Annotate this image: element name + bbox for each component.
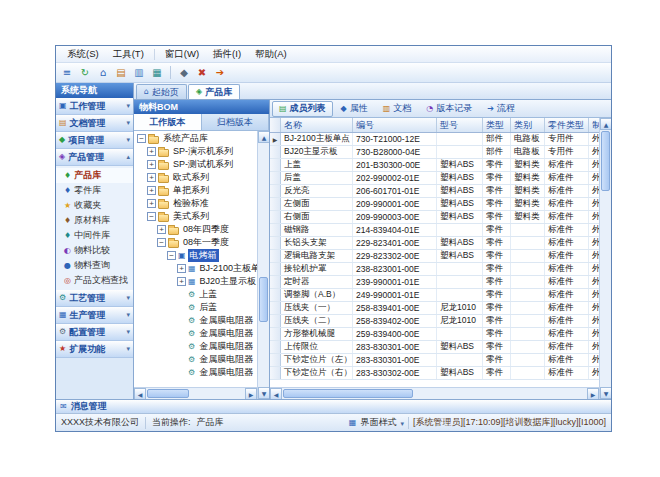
tree-node[interactable]: ⚙金属膜电阻器 xyxy=(134,366,257,379)
row-selector[interactable] xyxy=(270,237,281,249)
grid-icon[interactable]: ▦ xyxy=(149,65,165,80)
sidebar-group-product[interactable]: ◈产品管理▴ xyxy=(56,149,133,166)
menu-item-1[interactable]: 工具(T) xyxy=(106,47,151,62)
tree-node[interactable]: +单把系列 xyxy=(134,184,257,197)
row-selector[interactable] xyxy=(270,328,281,340)
bom-tree-vscrollbar[interactable] xyxy=(257,131,269,399)
table-row[interactable]: 调整脚（A.B）249-990001-01E零件标准件外协条 xyxy=(270,289,599,302)
table-row[interactable]: 接轮机护罩238-823001-00E零件标准件外协条 xyxy=(270,263,599,276)
table-row[interactable]: ▶BJ-2100主板单点730-T21000-12E部件电路板专用件外协颗 xyxy=(270,133,599,146)
scroll-up-icon[interactable] xyxy=(258,131,269,143)
sidebar-item-parts-library[interactable]: ♦零件库 xyxy=(56,183,133,198)
tree-node[interactable]: +▦BJ20主显示板 xyxy=(134,275,257,288)
tree-node[interactable]: +欧式系列 xyxy=(134,171,257,184)
column-header[interactable]: 制造方式 xyxy=(589,118,599,132)
scroll-left-icon[interactable] xyxy=(270,388,282,399)
tree-node[interactable]: ⚙金属膜电阻器 xyxy=(134,327,257,340)
tree-node[interactable]: +SP-测试机系列 xyxy=(134,158,257,171)
bom-tree-hscrollbar[interactable] xyxy=(134,387,257,399)
scrollbar-thumb[interactable] xyxy=(259,277,268,322)
column-header[interactable]: 型号 xyxy=(437,118,483,132)
tab-workflow[interactable]: ➔流程 xyxy=(480,101,522,117)
scroll-right-icon[interactable] xyxy=(245,388,257,399)
refresh-icon[interactable]: ↻ xyxy=(77,65,93,80)
tab-working-version[interactable]: 工作版本 xyxy=(134,114,202,130)
scroll-down-icon[interactable] xyxy=(600,387,611,399)
tree-node[interactable]: +SP-演示机系列 xyxy=(134,145,257,158)
menu-item-0[interactable]: 系统(S) xyxy=(60,47,106,62)
table-row[interactable]: 方形整机械腿259-839400-00E零件标准件外协条 xyxy=(270,328,599,341)
tab-member-list[interactable]: ▤成员列表 xyxy=(272,101,333,117)
row-selector[interactable] xyxy=(270,367,281,379)
row-selector[interactable] xyxy=(270,315,281,327)
tree-node[interactable]: ⚙金属膜电阻器 xyxy=(134,314,257,327)
row-selector[interactable] xyxy=(270,354,281,366)
lock-icon[interactable]: ◆ xyxy=(176,65,192,80)
scroll-down-icon[interactable] xyxy=(258,387,269,399)
row-selector[interactable] xyxy=(270,289,281,301)
table-row[interactable]: 磁钢路214-839404-01E零件标准件外协条 xyxy=(270,224,599,237)
main-menu-icon[interactable]: ≡ xyxy=(59,65,75,80)
table-row[interactable]: 压线夹（二）258-839402-00E尼龙1010零件标准件外协条 xyxy=(270,315,599,328)
row-selector[interactable] xyxy=(270,185,281,197)
sidebar-item-material-compare[interactable]: ◐物料比较 xyxy=(56,243,133,258)
sidebar-group-document[interactable]: ▤文档管理▾ xyxy=(56,115,133,132)
row-selector[interactable] xyxy=(270,250,281,262)
menu-item-4[interactable]: 帮助(A) xyxy=(248,47,294,62)
sidebar-item-intermediates[interactable]: ♦中间件库 xyxy=(56,228,133,243)
tab-documents[interactable]: ▥文档 xyxy=(376,101,419,117)
folder-icon[interactable]: ▤ xyxy=(113,65,129,80)
scroll-left-icon[interactable] xyxy=(134,388,146,399)
sidebar-item-material-search[interactable]: ●物料查询 xyxy=(56,258,133,273)
sidebar-item-product-library[interactable]: ♦产品库 xyxy=(56,168,133,183)
sidebar-group-production[interactable]: ▦生产管理▾ xyxy=(56,307,133,324)
home-icon[interactable]: ⌂ xyxy=(95,65,111,80)
collapse-icon[interactable]: − xyxy=(137,134,146,143)
row-selector[interactable] xyxy=(270,224,281,236)
sidebar-group-configuration[interactable]: ⚙配置管理▾ xyxy=(56,324,133,341)
ui-style-selector[interactable]: 界面样式 xyxy=(360,416,396,429)
column-header[interactable]: 类型 xyxy=(483,118,511,132)
expand-icon[interactable]: + xyxy=(147,173,156,182)
tree-node[interactable]: −系统产品库 xyxy=(134,132,257,145)
document-icon[interactable]: ▥ xyxy=(131,65,147,80)
expand-icon[interactable]: + xyxy=(177,264,186,273)
column-header[interactable]: 类别 xyxy=(511,118,545,132)
exit-icon[interactable]: ➔ xyxy=(212,65,228,80)
row-selector[interactable] xyxy=(270,198,281,210)
sidebar-group-extensions[interactable]: ★扩展功能▾ xyxy=(56,341,133,358)
column-header[interactable]: 名称 xyxy=(281,118,353,132)
table-row[interactable]: 逻辑电路支架229-823302-00E塑料ABS零件标准件外协条 xyxy=(270,250,599,263)
table-row[interactable]: 压线夹（一）258-839401-00E尼龙1010零件标准件外协条 xyxy=(270,302,599,315)
tree-node[interactable]: +检验标准 xyxy=(134,197,257,210)
expand-icon[interactable]: + xyxy=(177,277,186,286)
table-row[interactable]: 上传限位283-830301-00E塑料ABS零件标准件外协条 xyxy=(270,341,599,354)
table-row[interactable]: 左侧面209-990001-00E塑料ABS零件塑料类标准件外协条 xyxy=(270,198,599,211)
expand-icon[interactable]: + xyxy=(147,160,156,169)
table-hscrollbar[interactable] xyxy=(270,387,599,399)
table-row[interactable]: 下钞定位片（左）283-830301-00E零件标准件外协条 xyxy=(270,354,599,367)
tree-node[interactable]: −08年一季度 xyxy=(134,236,257,249)
sidebar-group-process[interactable]: ⚙工艺管理▾ xyxy=(56,290,133,307)
table-row[interactable]: 定时器239-990001-01E零件标准件外协条 xyxy=(270,276,599,289)
expand-icon[interactable]: + xyxy=(147,147,156,156)
row-selector[interactable] xyxy=(270,211,281,223)
tab-archived-version[interactable]: 归档版本 xyxy=(202,114,270,130)
scrollbar-thumb[interactable] xyxy=(601,131,610,191)
menu-item-2[interactable]: 窗口(W) xyxy=(158,47,206,62)
table-row[interactable]: 长铝头支架229-823401-00E塑料ABS零件标准件外协条 xyxy=(270,237,599,250)
scrollbar-thumb[interactable] xyxy=(283,389,413,398)
table-row[interactable]: BJ20主显示板730-B28000-04E部件电路板专用件外协颗 xyxy=(270,146,599,159)
collapse-icon[interactable]: − xyxy=(157,238,166,247)
tree-node[interactable]: −▣电烤箱 xyxy=(134,249,257,262)
row-selector[interactable] xyxy=(270,263,281,275)
row-selector[interactable] xyxy=(270,302,281,314)
column-header[interactable]: 编号 xyxy=(353,118,437,132)
message-panel[interactable]: ✉ 消息管理 xyxy=(56,399,611,413)
row-selector[interactable] xyxy=(270,276,281,288)
tree-node[interactable]: ⚙上盖 xyxy=(134,288,257,301)
scrollbar-thumb[interactable] xyxy=(147,389,189,398)
row-selector[interactable] xyxy=(270,146,281,158)
table-row[interactable]: 上盖201-B30300-00E塑料ABS零件塑料类标准件外协条 xyxy=(270,159,599,172)
collapse-icon[interactable]: − xyxy=(147,212,156,221)
